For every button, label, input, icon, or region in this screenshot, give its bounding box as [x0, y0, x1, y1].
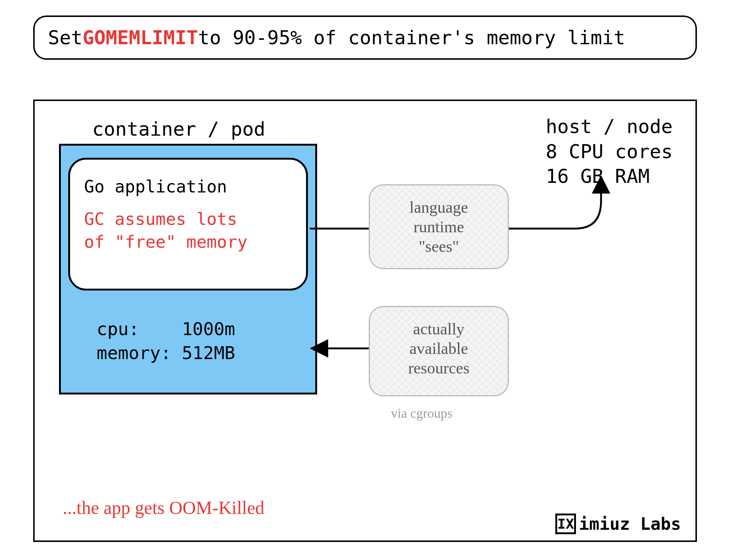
brand-text: imiuz Labs	[579, 514, 681, 534]
header-suffix: to 90-95% of container's memory limit	[198, 27, 625, 49]
container-limits: cpu: 1000m memory: 512MB	[97, 317, 235, 365]
callout-avail-l1: actually	[379, 320, 499, 339]
go-app-box: Go application GC assumes lots of "free"…	[68, 158, 308, 291]
header-pill: Set GOMEMLIMIT to 90-95% of container's …	[33, 15, 697, 60]
callout-sees-l3: "sees"	[379, 237, 499, 257]
container-label: container / pod	[92, 118, 265, 140]
host-ram: 16 GB RAM	[546, 164, 673, 189]
cpu-value: 1000m	[182, 319, 235, 339]
oom-note: ...the app gets OOM-Killed	[63, 497, 264, 518]
cgroups-note: via cgroups	[391, 406, 452, 421]
header-keyword: GOMEMLIMIT	[83, 27, 198, 49]
callout-avail-l2: available	[379, 339, 499, 359]
host-info: host / node 8 CPU cores 16 GB RAM	[546, 114, 673, 189]
header-prefix: Set	[48, 27, 83, 49]
go-app-note-1: GC assumes lots	[84, 208, 292, 230]
go-app-note-2: of "free" memory	[84, 230, 292, 253]
go-app-title: Go application	[84, 175, 292, 198]
callout-sees-l1: language	[379, 198, 499, 218]
callout-avail-l3: resources	[379, 359, 499, 378]
cpu-label: cpu:	[97, 319, 139, 339]
brand-logo: IX imiuz Labs	[555, 514, 681, 534]
mem-value: 512MB	[182, 342, 235, 363]
callout-available-resources: actually available resources	[369, 306, 509, 396]
host-cpu: 8 CPU cores	[546, 139, 673, 164]
host-label: host / node	[546, 114, 673, 139]
brand-mark-icon: IX	[555, 514, 576, 534]
callout-runtime-sees: language runtime "sees"	[369, 184, 509, 269]
callout-sees-l2: runtime	[379, 218, 499, 237]
mem-label: memory:	[97, 342, 171, 363]
